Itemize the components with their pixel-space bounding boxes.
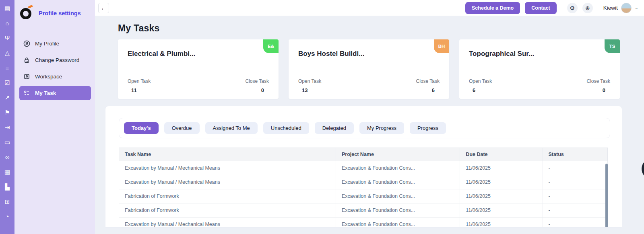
tab-assigned-to-me[interactable]: Assigned To Me [205, 122, 258, 134]
globe-language-icon[interactable]: ⊕ [582, 3, 593, 13]
due-date-cell: 11/06/2025 [460, 218, 543, 227]
status-cell: - [543, 175, 607, 189]
close-task-stat: Close Task 0 [246, 78, 269, 93]
table-row[interactable]: Excavation by Manual / Mechanical Means … [119, 218, 608, 227]
open-task-stat: Open Task 13 [298, 78, 321, 93]
open-task-value: 13 [298, 87, 321, 93]
due-date-cell: 11/06/2025 [460, 189, 543, 203]
open-task-value: 6 [469, 87, 492, 93]
logo-ring-icon [20, 8, 31, 19]
icon-rail: ▤ ⌂ Ψ △ ≡ ☑ ↗ ⚑ ⇥ ▭ ∞ ▦ ▙ ⊞ ◔ [0, 0, 14, 234]
task-name-cell: Excavation by Manual / Mechanical Means [119, 175, 336, 189]
table-row[interactable]: Excavation by Manual / Mechanical Means … [119, 175, 608, 189]
user-menu[interactable]: Kiewit ⌄ [603, 3, 638, 13]
sidebar-item-label: My Profile [35, 41, 59, 47]
calendar-icon[interactable]: ⊞ [3, 197, 12, 206]
status-cell: - [543, 161, 607, 175]
clock-icon[interactable]: ◔ [3, 212, 12, 221]
open-task-stat: Open Task 6 [469, 78, 492, 93]
due-date-cell: 11/06/2025 [460, 203, 543, 218]
building-icon[interactable]: ▦ [3, 168, 12, 177]
sidebar-menu: My Profile Change Password Workspace My … [14, 26, 95, 100]
sidebar-title: Profile settings [39, 10, 81, 16]
tab-todays[interactable]: Today's [124, 122, 159, 134]
project-card-title: Topographical Sur... [469, 50, 610, 58]
column-header-status: Status [543, 148, 607, 161]
table-header-row: Task Name Project Name Due Date Status [119, 148, 608, 161]
close-task-value: 0 [587, 87, 610, 93]
binoculars-icon[interactable]: ∞ [3, 153, 12, 162]
list-icon[interactable]: ≡ [3, 64, 12, 72]
main-area: ← Schedule a Demo Contact ⚙ ⊕ Kiewit ⌄ M… [95, 0, 644, 234]
workspace-icon [23, 73, 30, 80]
project-card-title: Electrical & Plumbi... [128, 50, 269, 58]
project-card[interactable]: Topographical Sur... TS Open Task 6 Clos… [459, 39, 620, 99]
close-task-label: Close Task [587, 78, 610, 84]
person-icon [23, 40, 30, 47]
back-button[interactable]: ← [98, 3, 109, 13]
app-window: ▤ ⌂ Ψ △ ≡ ☑ ↗ ⚑ ⇥ ▭ ∞ ▦ ▙ ⊞ ◔ Profile se… [0, 0, 644, 234]
table-row[interactable]: Fabrication of Formwork Excavation & Fou… [119, 189, 608, 203]
close-task-stat: Close Task 6 [416, 78, 440, 93]
project-name-cell: Excavation & Foundation Cons... [336, 203, 460, 218]
page-title: My Tasks [118, 23, 644, 34]
lock-icon [23, 57, 30, 64]
home-icon[interactable]: ⌂ [3, 19, 12, 28]
sidebar-item-workspace[interactable]: Workspace [19, 70, 91, 84]
growth-chart-icon[interactable]: ↗ [3, 93, 12, 102]
column-header-project-name: Project Name [336, 148, 460, 161]
tasks-panel: Today's Overdue Assigned To Me Unschedul… [105, 106, 622, 227]
dashboard-icon[interactable]: ▤ [3, 4, 12, 13]
project-name-cell: Excavation & Foundation Cons... [336, 175, 460, 189]
logo-leaf-icon [28, 4, 33, 9]
content: My Tasks Electrical & Plumbi... E& Open … [95, 16, 644, 234]
app-logo [20, 6, 34, 20]
screen-share-icon[interactable]: ▭ [3, 138, 12, 147]
close-task-stat: Close Task 0 [587, 78, 610, 93]
project-card[interactable]: Electrical & Plumbi... E& Open Task 11 C… [118, 39, 279, 99]
tab-overdue[interactable]: Overdue [164, 122, 200, 134]
card-stats: Open Task 6 Close Task 0 [469, 78, 610, 93]
brand-header: Profile settings [14, 0, 95, 26]
sidebar-item-my-profile[interactable]: My Profile [19, 37, 91, 51]
close-task-value: 6 [416, 87, 440, 93]
flag-icon[interactable]: ⚑ [3, 108, 12, 117]
topbar: ← Schedule a Demo Contact ⚙ ⊕ Kiewit ⌄ [95, 0, 644, 16]
settings-gear-icon[interactable]: ⚙ [567, 3, 578, 13]
tasks-table: Task Name Project Name Due Date Status E… [119, 148, 608, 227]
sidebar-item-change-password[interactable]: Change Password [19, 53, 91, 67]
project-card[interactable]: Boys Hostel Buildi... BH Open Task 13 Cl… [289, 39, 449, 99]
table-scrollbar[interactable] [605, 164, 608, 227]
user-name: Kiewit [603, 5, 618, 11]
open-task-label: Open Task [298, 78, 321, 84]
card-stats: Open Task 13 Close Task 6 [298, 78, 440, 93]
checklist-icon[interactable]: ☑ [3, 78, 12, 87]
tab-progress[interactable]: Progress [410, 122, 446, 134]
status-cell: - [543, 189, 607, 203]
tab-unscheduled[interactable]: Unscheduled [263, 122, 309, 134]
tab-my-progress[interactable]: My Progress [359, 122, 404, 134]
table-row[interactable]: Excavation by Manual / Mechanical Means … [119, 161, 608, 175]
sidebar-item-label: Workspace [35, 74, 62, 80]
project-initials-badge: BH [434, 39, 449, 53]
open-task-stat: Open Task 11 [128, 78, 151, 93]
status-cell: - [543, 203, 607, 218]
sidebar-item-label: My Task [35, 90, 56, 96]
schedule-demo-button[interactable]: Schedule a Demo [465, 2, 520, 14]
table-row[interactable]: Fabrication of Formwork Excavation & Fou… [119, 203, 608, 218]
chevron-down-icon: ⌄ [635, 5, 638, 10]
tab-delegated[interactable]: Delegated [315, 122, 354, 134]
project-name-cell: Excavation & Foundation Cons... [336, 189, 460, 203]
contact-button[interactable]: Contact [525, 2, 557, 14]
signpost-icon[interactable]: ⇥ [3, 123, 12, 132]
stairs-chart-icon[interactable]: ▙ [3, 183, 12, 191]
hierarchy-icon[interactable]: △ [3, 49, 12, 57]
project-cards: Electrical & Plumbi... E& Open Task 11 C… [118, 39, 644, 99]
due-date-cell: 11/06/2025 [460, 175, 543, 189]
open-task-label: Open Task [469, 78, 492, 84]
rewards-icon[interactable]: Ψ [3, 34, 12, 43]
task-name-cell: Fabrication of Formwork [119, 203, 336, 218]
profile-sidebar: Profile settings My Profile Change Passw… [14, 0, 95, 234]
sidebar-item-my-task[interactable]: My Task [19, 86, 91, 100]
column-header-due-date: Due Date [460, 148, 543, 161]
